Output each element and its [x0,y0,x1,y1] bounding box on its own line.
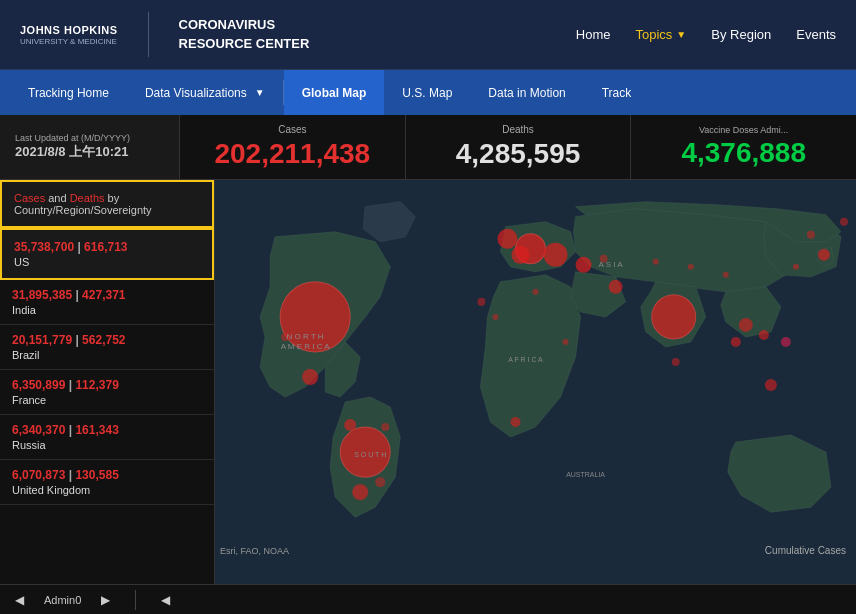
covid-dot-small2 [492,314,498,320]
sidebar-item-brazil[interactable]: 20,151,779 | 562,752 Brazil [0,325,214,370]
sidebar-item-us[interactable]: 35,738,700 | 616,713 US [0,228,214,280]
india-stats: 31,895,385 | 427,371 [12,288,202,302]
deaths-value: 4,285,595 [456,138,581,170]
us-deaths: 616,713 [84,240,127,254]
secondary-navigation: Tracking Home Data Visualizations ▼ Glob… [0,70,856,115]
nav-events[interactable]: Events [796,27,836,42]
label-north-america: N O R T H [287,332,324,341]
uk-deaths: 130,585 [75,468,118,482]
covid-dot-safrica [510,417,520,427]
nav-data-in-motion[interactable]: Data in Motion [470,70,583,115]
covid-dot-small13 [840,218,848,226]
covid-dot-small7 [793,264,799,270]
sidebar-item-france[interactable]: 6,350,899 | 112,379 France [0,370,214,415]
covid-dot-indonesia [765,379,777,391]
covid-dot-seasia [739,318,753,332]
topics-dropdown-arrow: ▼ [676,29,686,40]
brazil-deaths: 562,752 [82,333,125,347]
sidebar-header-and: and [48,192,69,204]
stats-vaccine-panel: Vaccine Doses Admi... 4,376,888 [631,115,856,179]
covid-dot-colombia [344,419,356,431]
france-cases: 6,350,899 [12,378,65,392]
covid-dot-japan [818,249,830,261]
nav-topics[interactable]: Topics ▼ [636,27,687,42]
stats-cases-panel: Cases 202,211,438 [180,115,406,179]
us-stats: 35,738,700 | 616,713 [14,240,200,254]
us-cases: 35,738,700 [14,240,74,254]
stats-deaths-panel: Deaths 4,285,595 [406,115,632,179]
logo-subtitle: UNIVERSITY & MEDICINE [20,37,118,46]
bottom-divider [135,590,136,610]
map-svg: N O R T H A M E R I C A S O U T H A S I … [215,180,856,584]
covid-dot-turkey [576,257,592,273]
france-deaths: 112,379 [75,378,118,392]
secondary-prev-arrow[interactable]: ◀ [156,591,175,609]
covid-dot-uk [497,229,517,249]
admin-next-arrow[interactable]: ▶ [96,591,115,609]
logo-area: JOHNS HOPKINS UNIVERSITY & MEDICINE CORO… [20,12,309,57]
covid-dot-argentina [352,484,368,500]
map-attribution: Esri, FAO, NOAA [220,546,289,556]
covid-dot-seasia2 [759,330,769,340]
map-legend: Cumulative Cases [765,545,846,556]
covid-dot-small11 [375,477,385,487]
covid-dot-small5 [653,259,659,265]
bottom-nav-secondary: ◀ [146,591,185,609]
sidebar-item-india[interactable]: 31,895,385 | 427,371 India [0,280,214,325]
uk-country: United Kingdom [12,484,202,496]
russia-country: Russia [12,439,202,451]
main-content: Cases and Deaths by Country/Region/Sover… [0,180,856,584]
france-stats: 6,350,899 | 112,379 [12,378,202,392]
covid-dot-small15 [723,272,729,278]
india-deaths: 427,371 [82,288,125,302]
deaths-label: Deaths [502,124,534,135]
label-south-america: S O U T H [354,451,386,458]
logo-name: JOHNS HOPKINS [20,23,118,37]
sidebar-header-deaths: Deaths [70,192,105,204]
logo-divider [148,12,149,57]
covid-dot-iran [609,280,623,294]
label-australia: AUSTRALIA [566,471,605,478]
sidebar-header: Cases and Deaths by Country/Region/Sover… [0,180,214,228]
russia-cases: 6,340,370 [12,423,65,437]
india-cases: 31,895,385 [12,288,72,302]
russia-stats: 6,340,370 | 161,343 [12,423,202,437]
brazil-cases: 20,151,779 [12,333,72,347]
vaccine-label: Vaccine Doses Admi... [699,125,788,135]
sidebar-item-uk[interactable]: 6,070,873 | 130,585 United Kingdom [0,460,214,505]
admin-prev-arrow[interactable]: ◀ [10,591,29,609]
bottom-nav-admin: ◀ Admin0 ▶ [0,591,125,609]
stats-timestamp: Last Updated at (M/D/YYYY) 2021/8/8 上午10… [0,115,180,179]
nav-tracking-home[interactable]: Tracking Home [10,70,127,115]
nav-track[interactable]: Track [584,70,650,115]
world-map[interactable]: N O R T H A M E R I C A S O U T H A S I … [215,180,856,584]
cases-label: Cases [278,124,306,135]
covid-dot-small3 [532,289,538,295]
nav-us-map[interactable]: U.S. Map [384,70,470,115]
cases-value: 202,211,438 [214,138,370,170]
brazil-country: Brazil [12,349,202,361]
nav-data-visualizations[interactable]: Data Visualizations ▼ [127,70,283,115]
uk-stats: 6,070,873 | 130,585 [12,468,202,482]
covid-dot-phil [781,337,791,347]
uk-cases: 6,070,873 [12,468,65,482]
us-country: US [14,256,200,268]
covid-dot-small12 [381,423,389,431]
covid-dot-small14 [807,231,815,239]
brazil-stats: 20,151,779 | 562,752 [12,333,202,347]
vaccine-value: 4,376,888 [681,137,806,169]
nav-home[interactable]: Home [576,27,611,42]
covid-dot-small10 [563,339,569,345]
covid-dot-mexico [302,369,318,385]
logo: JOHNS HOPKINS UNIVERSITY & MEDICINE [20,23,118,46]
bottom-bar: ◀ Admin0 ▶ ◀ [0,584,856,614]
covid-dot-small1 [477,298,485,306]
stats-bar: Last Updated at (M/D/YYYY) 2021/8/8 上午10… [0,115,856,180]
admin-label: Admin0 [34,594,91,606]
nav-global-map[interactable]: Global Map [284,70,385,115]
top-navigation: JOHNS HOPKINS UNIVERSITY & MEDICINE CORO… [0,0,856,70]
sidebar-item-russia[interactable]: 6,340,370 | 161,343 Russia [0,415,214,460]
country-sidebar: Cases and Deaths by Country/Region/Sover… [0,180,215,584]
resource-center-title: CORONAVIRUS RESOURCE CENTER [179,16,310,52]
nav-by-region[interactable]: By Region [711,27,771,42]
